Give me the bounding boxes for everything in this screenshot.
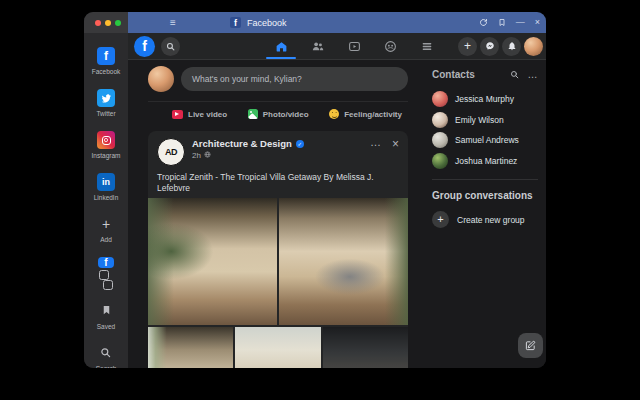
overflow-icon[interactable]: — bbox=[516, 18, 525, 27]
contact-row[interactable]: Emily Wilson bbox=[432, 110, 538, 131]
sidebar-item-twitter[interactable]: Twitter bbox=[96, 89, 115, 117]
desktop-background: ≡ f Facebook — × bbox=[0, 0, 640, 400]
smiley-icon bbox=[329, 109, 339, 119]
facebook-icon: f bbox=[97, 47, 115, 65]
sidebar-item-search[interactable]: Search bbox=[96, 344, 117, 368]
home-icon bbox=[275, 40, 288, 53]
titlebar-main: ≡ f Facebook — × bbox=[128, 12, 546, 33]
facebook-app-window: ≡ f Facebook — × bbox=[84, 12, 546, 368]
saved-bookmark-icon bbox=[101, 302, 112, 320]
contact-row[interactable]: Jessica Murphy bbox=[432, 89, 538, 110]
create-button[interactable]: + bbox=[458, 37, 477, 56]
close-tab-icon[interactable]: × bbox=[535, 18, 540, 27]
feed-post: AD Architecture & Design ✓ 2h bbox=[148, 131, 408, 368]
contact-row[interactable]: Samuel Andrews bbox=[432, 130, 538, 151]
profile-avatar[interactable] bbox=[524, 37, 543, 56]
contacts-more-icon[interactable]: … bbox=[528, 73, 539, 77]
instagram-icon bbox=[97, 131, 115, 149]
contact-row[interactable]: Joshua Martinez bbox=[432, 151, 538, 172]
minimize-window-button[interactable] bbox=[105, 20, 111, 26]
watch-icon bbox=[348, 40, 361, 53]
linkedin-icon: in bbox=[97, 173, 115, 191]
live-video-icon bbox=[172, 110, 183, 119]
photo-icon bbox=[248, 109, 258, 119]
post-more-icon[interactable]: … bbox=[370, 140, 382, 146]
hamburger-icon bbox=[421, 41, 433, 52]
tab-watch[interactable] bbox=[341, 33, 367, 59]
tab-friends[interactable] bbox=[305, 33, 331, 59]
post-photo-more[interactable]: +6 bbox=[323, 327, 408, 368]
contact-avatar bbox=[432, 91, 448, 107]
composer-input[interactable]: What's on your mind, Kylian? bbox=[181, 67, 408, 91]
post-header: AD Architecture & Design ✓ 2h bbox=[148, 131, 408, 166]
titlebar: ≡ f Facebook — × bbox=[84, 12, 546, 33]
plus-icon: + bbox=[464, 40, 471, 52]
verified-badge-icon: ✓ bbox=[296, 140, 304, 148]
refresh-icon[interactable] bbox=[479, 18, 488, 27]
post-photo[interactable] bbox=[148, 198, 277, 325]
contacts-search-icon[interactable] bbox=[510, 70, 519, 79]
navbar-tabs bbox=[268, 33, 440, 59]
sidebar-item-instagram[interactable]: Instagram bbox=[92, 131, 121, 159]
notifications-button[interactable] bbox=[502, 37, 521, 56]
live-video-button[interactable]: Live video bbox=[172, 109, 227, 119]
close-window-button[interactable] bbox=[95, 20, 101, 26]
sidebar-item-label: Search bbox=[96, 365, 117, 368]
plus-icon: + bbox=[432, 211, 449, 228]
sidebar-item-add[interactable]: + Add bbox=[100, 215, 112, 243]
post-photo[interactable] bbox=[235, 327, 320, 368]
window-title: Facebook bbox=[247, 18, 287, 28]
compose-fab-button[interactable] bbox=[518, 333, 543, 358]
sidebar-item-saved[interactable]: Saved bbox=[97, 302, 115, 330]
post-caption: Tropical Zenith - The Tropical Villa Get… bbox=[148, 166, 408, 198]
plus-icon: + bbox=[102, 215, 110, 233]
sidebar-item-label: Twitter bbox=[96, 110, 115, 117]
facebook-main: f bbox=[128, 33, 546, 368]
bookmark-icon[interactable] bbox=[498, 18, 506, 27]
window-body: f Facebook Twitter Instagram bbox=[84, 33, 546, 368]
contacts-title: Contacts bbox=[432, 69, 501, 80]
compose-pencil-icon bbox=[525, 340, 536, 351]
post-photo[interactable] bbox=[148, 327, 233, 368]
feeling-activity-button[interactable]: Feeling/activity bbox=[329, 109, 402, 119]
messenger-button[interactable] bbox=[480, 37, 499, 56]
contact-avatar bbox=[432, 153, 448, 169]
facebook-logo[interactable]: f bbox=[134, 36, 155, 57]
friends-icon bbox=[311, 40, 325, 53]
post-composer: What's on your mind, Kylian? Live video … bbox=[148, 60, 408, 119]
zoom-window-button[interactable] bbox=[115, 20, 121, 26]
sidebar-toggle-icon[interactable]: ≡ bbox=[170, 18, 176, 28]
groups-icon bbox=[384, 40, 397, 53]
traffic-lights bbox=[84, 12, 128, 33]
tab-groups[interactable] bbox=[378, 33, 404, 59]
photo-video-button[interactable]: Photo/video bbox=[248, 109, 309, 119]
contacts-panel: Contacts … Jessica Murphy bbox=[424, 60, 546, 368]
contacts-divider bbox=[432, 179, 538, 180]
sidebar-item-facebook[interactable]: f Facebook bbox=[92, 47, 121, 75]
tab-menu[interactable] bbox=[414, 33, 440, 59]
post-time: 2h bbox=[192, 151, 201, 160]
photo-grid: +6 bbox=[148, 198, 408, 368]
sidebar-item-linkedin[interactable]: in LinkedIn bbox=[94, 173, 119, 201]
facebook-logo-chip: f bbox=[230, 17, 241, 28]
feed-column: What's on your mind, Kylian? Live video … bbox=[148, 60, 408, 368]
sidebar-item-label: Facebook bbox=[92, 68, 121, 75]
tab-home[interactable] bbox=[268, 33, 294, 59]
active-facebook-window-button[interactable]: f bbox=[98, 257, 114, 268]
post-hide-icon[interactable]: × bbox=[392, 140, 399, 148]
composer-actions: Live video Photo/video Feeling/activity bbox=[148, 101, 408, 119]
user-avatar[interactable] bbox=[148, 66, 174, 92]
titlebar-actions: — × bbox=[479, 18, 540, 27]
globe-icon bbox=[204, 151, 211, 160]
content-area: What's on your mind, Kylian? Live video … bbox=[128, 60, 546, 368]
post-photo[interactable] bbox=[279, 198, 408, 325]
facebook-navbar: f bbox=[128, 33, 546, 60]
twitter-icon bbox=[97, 89, 115, 107]
search-button[interactable] bbox=[161, 37, 180, 56]
page-name[interactable]: Architecture & Design bbox=[192, 138, 292, 149]
page-avatar[interactable]: AD bbox=[157, 138, 185, 166]
sidebar-item-label: LinkedIn bbox=[94, 194, 119, 201]
sidebar-item-label: Saved bbox=[97, 323, 115, 330]
create-group-button[interactable]: + Create new group bbox=[432, 211, 538, 228]
messenger-icon bbox=[485, 41, 495, 51]
